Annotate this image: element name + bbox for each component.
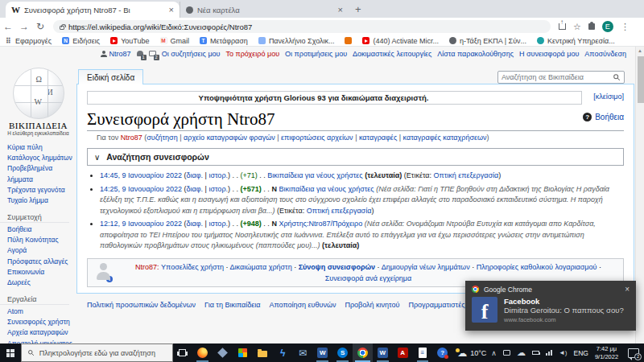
timestamp-link[interactable]: 14:25, 9 Ιανουαρίου 2022 bbox=[100, 185, 182, 193]
sidebar-item-user-contributions[interactable]: Συνεισφορές χρήστη bbox=[7, 317, 76, 327]
close-icon[interactable]: × bbox=[338, 5, 343, 14]
scroll-up-icon[interactable]: ▲ bbox=[636, 47, 644, 56]
developers-link[interactable]: Προγραμματιστές bbox=[408, 301, 464, 309]
sidebar-item-logs[interactable]: Αρχεία καταγραφών bbox=[7, 327, 76, 338]
taskbar-word-2[interactable] bbox=[373, 343, 393, 362]
taskbar-skype[interactable] bbox=[332, 343, 353, 362]
taskbar-mail[interactable]: ✉ bbox=[293, 343, 313, 362]
forward-icon[interactable]: → bbox=[16, 21, 32, 32]
page-link[interactable]: Βικιπαίδεια για νέους χρήστες bbox=[279, 185, 374, 193]
share-icon[interactable] bbox=[559, 23, 566, 30]
address-bar[interactable]: https://el.wikipedia.org/wiki/Ειδικό:Συν… bbox=[53, 20, 551, 33]
tab-special-page[interactable]: Ειδική σελίδα bbox=[78, 69, 143, 84]
onedrive-icon[interactable]: ☁ bbox=[517, 348, 526, 358]
timestamp-link[interactable]: 14:45, 9 Ιανουαρίου 2022 bbox=[100, 171, 182, 179]
my-sandbox-link[interactable]: Το πρόχειρό μου bbox=[226, 50, 280, 58]
bookmark-activate[interactable]: (440) Activate Micr... bbox=[362, 37, 439, 45]
notices-tray-button[interactable]: 2 bbox=[149, 50, 156, 58]
taskbar-clock[interactable]: 7:42 μμ 9/1/2022 bbox=[595, 345, 618, 360]
bookmark-eclass[interactable]: η-Τάξη ΕΚΠΑ | Σύν... bbox=[449, 37, 526, 45]
notifications-bell-button[interactable]: 1 bbox=[137, 50, 143, 58]
bookmark-apps[interactable]: ⠿Εφαρμογές bbox=[5, 37, 52, 45]
sidebar-item-agora[interactable]: Αγορά bbox=[7, 245, 76, 256]
bookmark-central-service[interactable]: Κεντρική Υπηρεσία... bbox=[537, 37, 615, 45]
tray-chevron-icon[interactable]: ∧ bbox=[491, 349, 497, 357]
taskbar-search[interactable]: Πληκτρολογήστε εδώ για αναζήτηση bbox=[21, 343, 173, 362]
taskbar-document[interactable] bbox=[413, 343, 433, 362]
sidebar-item-community-portal[interactable]: Πύλη Κοινότητας bbox=[7, 235, 76, 245]
diff-link[interactable]: διαφ. bbox=[186, 220, 203, 228]
site-notice-close-link[interactable]: [κλείσιμο] bbox=[593, 93, 624, 101]
scrollbar-thumb[interactable] bbox=[638, 56, 644, 103]
bookmark-news[interactable]: NΕιδήσεις bbox=[62, 37, 100, 45]
taskbar-word[interactable] bbox=[312, 343, 332, 362]
crosswiki-contribs-link[interactable]: Συνεισφορά ανά εγχείρημα bbox=[325, 274, 411, 282]
profile-avatar[interactable]: E bbox=[602, 21, 613, 32]
mobile-view-link[interactable]: Προβολή κινητού bbox=[345, 301, 399, 309]
bookmark-star-icon[interactable]: ☆ bbox=[573, 22, 581, 32]
tablet-icon[interactable] bbox=[503, 350, 510, 356]
logout-link[interactable]: Αποσύνδεση bbox=[584, 50, 626, 58]
wiki-search-input[interactable] bbox=[502, 73, 609, 81]
sidebar-item-atom[interactable]: Atom bbox=[7, 306, 76, 317]
wikipedia-wordmark[interactable]: ΒΙΚΙΠΑΙΔΕΙΑ bbox=[0, 121, 76, 130]
new-tab-button[interactable]: + bbox=[355, 3, 361, 15]
sidebar-item-contact[interactable]: Επικοινωνία bbox=[7, 267, 76, 278]
global-account-link[interactable]: Πληροφορίες καθολικού λογαριασμού bbox=[477, 263, 597, 271]
help-link[interactable]: Βοήθεια bbox=[583, 113, 624, 121]
back-icon[interactable]: ← bbox=[0, 21, 16, 32]
diff-link[interactable]: διαφ. bbox=[186, 185, 203, 193]
taskbar-firefox[interactable] bbox=[192, 343, 213, 362]
start-button[interactable] bbox=[0, 343, 21, 362]
beta-features-link[interactable]: Δοκιμαστικές λειτουργίες bbox=[353, 50, 431, 58]
tab-wikipedia[interactable]: W Συνεισφορά χρήστη Ntro87 - Βι × bbox=[6, 2, 180, 18]
history-link[interactable]: ιστορ. bbox=[208, 171, 228, 179]
site-notice-text[interactable]: Υποψηφιότητα χρήστη Glorious 93 για δικα… bbox=[87, 91, 582, 105]
close-icon[interactable]: × bbox=[625, 285, 630, 294]
taskbar-bolt-app[interactable]: ϟ bbox=[273, 343, 293, 362]
my-talk-link[interactable]: Οι συζητήσεις μου bbox=[162, 50, 221, 58]
sidebar-item-recent-changes[interactable]: Πρόσφατες αλλαγές bbox=[7, 257, 76, 267]
target-user-link[interactable]: Ntro87 bbox=[121, 134, 142, 142]
language-indicator[interactable]: ENG bbox=[573, 349, 588, 357]
sidebar-item-donate[interactable]: Δωρεές bbox=[7, 278, 76, 288]
articles-created-link[interactable]: Δημιουργία νέων λημμάτων bbox=[382, 263, 470, 271]
wikipedia-logo[interactable]: Ω И W bbox=[13, 68, 64, 119]
privacy-policy-link[interactable]: Πολιτική προσωπικών δεδομένων bbox=[87, 301, 196, 309]
watchlist-link[interactable]: Λίστα παρακολούθησης bbox=[437, 50, 514, 58]
volume-icon[interactable]: ◄) bbox=[559, 349, 568, 356]
reload-icon[interactable]: ↻ bbox=[32, 21, 48, 32]
timestamp-link[interactable]: 12:12, 9 Ιανουαρίου 2022 bbox=[100, 220, 182, 228]
taskbar-file-explorer[interactable] bbox=[253, 343, 273, 362]
history-link[interactable]: ιστορ. bbox=[208, 220, 228, 228]
bookmark-school-network[interactable]: Πανελλήνιο Σχολικ... bbox=[258, 37, 335, 45]
browser-menu-icon[interactable]: ⋮ bbox=[621, 22, 630, 32]
logs-link[interactable]: καταγραφές bbox=[359, 134, 397, 142]
talk-link[interactable]: συζήτηση bbox=[147, 134, 177, 142]
battery-icon[interactable] bbox=[532, 351, 539, 355]
taskbar-dropbox[interactable] bbox=[213, 343, 233, 362]
user-rights-link[interactable]: Δικαιώματα χρήστη bbox=[230, 263, 292, 271]
tag-link[interactable]: Οπτική επεξεργασία bbox=[307, 207, 372, 215]
search-icon[interactable] bbox=[613, 73, 621, 81]
tag-link[interactable]: Οπτική επεξεργασία bbox=[434, 171, 499, 179]
chrome-notification-toast[interactable]: Google Chrome × Facebook Dimitra Geroito… bbox=[465, 281, 636, 331]
scrollbar[interactable]: ▲ bbox=[635, 47, 644, 343]
subpages-link[interactable]: Υποσελίδες χρήστη bbox=[161, 263, 224, 271]
network-icon[interactable] bbox=[546, 350, 552, 356]
sidebar-item-help[interactable]: Βοήθεια bbox=[7, 224, 76, 235]
close-icon[interactable]: × bbox=[169, 5, 174, 14]
history-link[interactable]: ιστορ. bbox=[208, 185, 228, 193]
extensions-icon[interactable] bbox=[588, 23, 595, 30]
wiki-search-box[interactable] bbox=[497, 71, 625, 84]
preferences-link[interactable]: Οι προτιμήσεις μου bbox=[285, 50, 347, 58]
diff-link[interactable]: διαφ. bbox=[186, 171, 203, 179]
about-wikipedia-link[interactable]: Για τη Βικιπαίδεια bbox=[204, 301, 260, 309]
sidebar-item-featured[interactable]: Προβεβλημένα λήμματα bbox=[7, 163, 76, 184]
action-center-button[interactable]: 2 bbox=[628, 348, 639, 358]
tab-new-tab[interactable]: Νέα καρτέλα × bbox=[180, 2, 349, 18]
taskbar-store[interactable] bbox=[233, 343, 253, 362]
user-page-link[interactable]: Ntro87 bbox=[101, 50, 131, 58]
taskbar-weather[interactable]: ☁ 10°C bbox=[452, 348, 491, 359]
page-link[interactable]: Βικιπαίδεια για νέους χρήστες bbox=[267, 171, 362, 179]
